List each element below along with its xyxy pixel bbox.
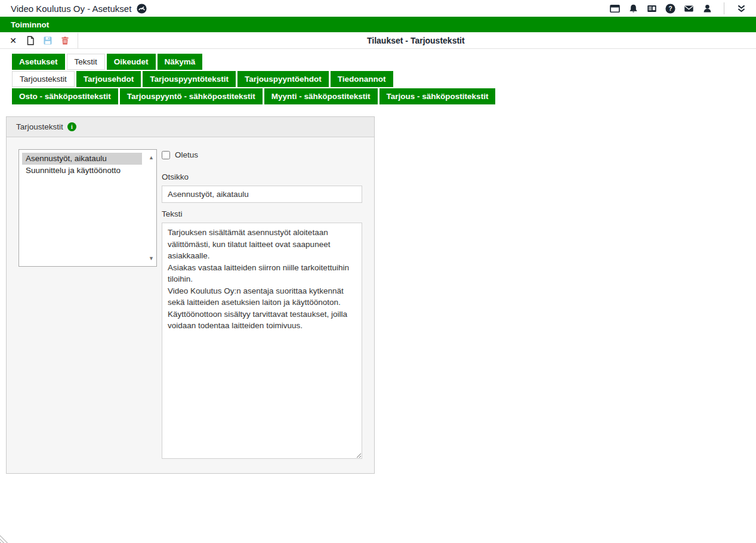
corner-artifact xyxy=(0,533,8,543)
bell-icon[interactable] xyxy=(628,3,638,14)
tab-oikeudet[interactable]: Oikeudet xyxy=(107,54,156,70)
tab-tarjous-sahkopostitekstit[interactable]: Tarjous - sähköpostitekstit xyxy=(379,88,496,104)
info-icon[interactable]: i xyxy=(67,122,76,131)
text-form: Oletus Otsikko Teksti Tarjouksen sisältä… xyxy=(162,149,362,461)
tab-tarjoustekstit[interactable]: Tarjoustekstit xyxy=(12,71,75,87)
svg-text:?: ? xyxy=(668,5,672,12)
page-title: Video Koulutus Oy - Asetukset xyxy=(11,4,131,14)
panel-header: Tarjoustekstit i xyxy=(7,117,374,137)
toolbar-divider xyxy=(78,33,78,48)
save-button[interactable] xyxy=(41,33,55,48)
tab-osto-sahkopostitekstit[interactable]: Osto - sähköpostitekstit xyxy=(12,88,118,104)
window-icon[interactable] xyxy=(609,3,620,14)
teksti-label: Teksti xyxy=(162,209,362,218)
tarjoustekstit-panel: Tarjoustekstit i Asennustyöt, aikataulu … xyxy=(6,116,375,474)
text-list[interactable]: Asennustyöt, aikataulu Suunnittelu ja kä… xyxy=(18,149,157,267)
panel-body: Asennustyöt, aikataulu Suunnittelu ja kä… xyxy=(7,137,374,473)
oletus-label: Oletus xyxy=(175,150,198,159)
tab-tarjouspyyntoehdot[interactable]: Tarjouspyyntöehdot xyxy=(237,71,329,87)
list-item[interactable]: Suunnittelu ja käyttöönotto xyxy=(22,165,142,177)
newspaper-icon[interactable] xyxy=(646,3,657,14)
tab-tekstit[interactable]: Tekstit xyxy=(67,54,105,70)
delete-button[interactable] xyxy=(58,33,72,48)
oletus-checkbox[interactable] xyxy=(162,151,170,159)
tab-asetukset[interactable]: Asetukset xyxy=(12,54,65,70)
help-icon[interactable]: ? xyxy=(665,3,675,14)
tab-tiedonannot[interactable]: Tiedonannot xyxy=(331,71,393,87)
close-icon: ✕ xyxy=(10,36,17,45)
tab-tarjousehdot[interactable]: Tarjousehdot xyxy=(76,71,141,87)
tab-row-1: Asetukset Tekstit Oikeudet Näkymä xyxy=(12,54,756,70)
dashboard-icon[interactable] xyxy=(136,3,147,14)
scroll-up-icon[interactable]: ▲ xyxy=(149,155,154,161)
tab-row-2: Tarjoustekstit Tarjousehdot Tarjouspyynt… xyxy=(12,71,756,87)
list-item[interactable]: Asennustyöt, aikataulu xyxy=(22,153,142,165)
tab-area: Asetukset Tekstit Oikeudet Näkymä Tarjou… xyxy=(12,54,756,104)
tab-row-3: Osto - sähköpostitekstit Tarjouspyyntö -… xyxy=(12,88,756,104)
teksti-textarea[interactable]: Tarjouksen sisältämät asennustyöt aloite… xyxy=(162,223,362,459)
trash-icon xyxy=(60,36,70,45)
menubar: Toiminnot xyxy=(0,17,756,32)
save-icon xyxy=(43,36,53,45)
new-document-button[interactable] xyxy=(23,33,38,48)
otsikko-input[interactable] xyxy=(162,186,362,203)
titlebar: Video Koulutus Oy - Asetukset xyxy=(0,0,756,17)
menu-toiminnot[interactable]: Toiminnot xyxy=(11,20,49,29)
otsikko-label: Otsikko xyxy=(162,172,362,181)
mail-icon[interactable] xyxy=(683,3,694,14)
tab-nakyma[interactable]: Näkymä xyxy=(158,54,203,70)
tab-tarjouspyynto-sahkopostitekstit[interactable]: Tarjouspyyntö - sähköpostitekstit xyxy=(120,88,263,104)
tab-tarjouspyyntotekstit[interactable]: Tarjouspyyntötekstit xyxy=(143,71,236,87)
toolbar: ✕ Tilaukset - Tarjoustekstit xyxy=(0,32,756,49)
chevron-double-down-icon[interactable] xyxy=(736,3,746,14)
toolbar-title: Tilaukset - Tarjoustekstit xyxy=(367,36,465,45)
titlebar-divider xyxy=(724,2,724,14)
new-document-icon xyxy=(26,36,35,45)
tab-myynti-sahkopostitekstit[interactable]: Myynti - sähköpostitekstit xyxy=(264,88,378,104)
scroll-down-icon[interactable]: ▼ xyxy=(149,256,154,261)
close-button[interactable]: ✕ xyxy=(6,33,20,48)
panel-title: Tarjoustekstit xyxy=(16,122,63,131)
user-icon[interactable] xyxy=(702,3,712,14)
